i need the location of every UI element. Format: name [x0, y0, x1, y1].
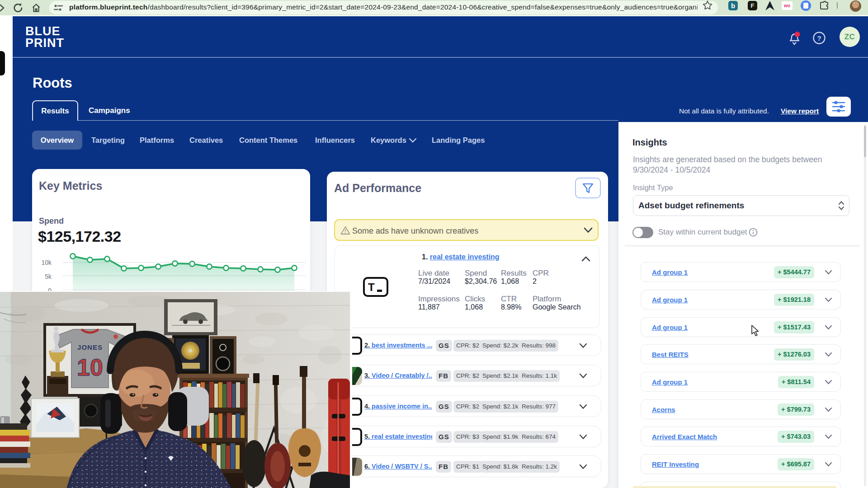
svg-text:?: ?: [817, 34, 821, 42]
svg-text:10: 10: [77, 354, 103, 380]
svg-text:JONES: JONES: [77, 343, 103, 351]
